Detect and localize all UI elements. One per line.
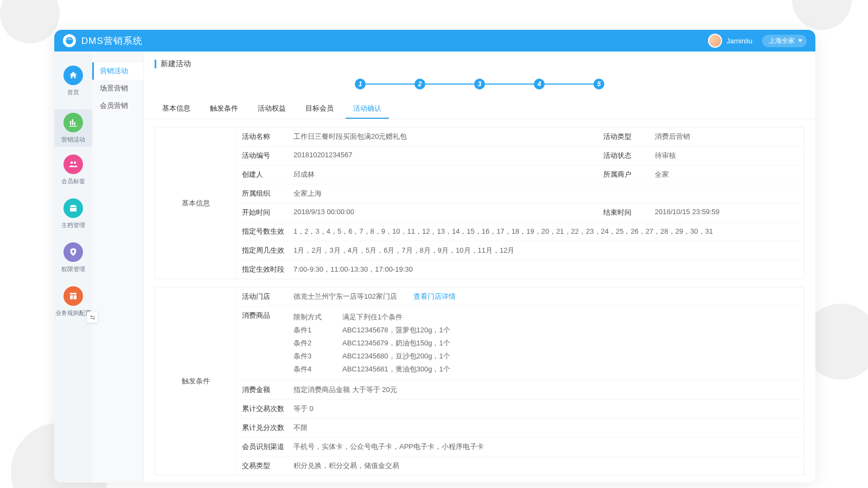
app-header: DMS营销系统 Jaminliu 上海全家	[54, 30, 815, 52]
trigger-row: 消费金额指定消费商品金额 大于等于 20元	[237, 380, 804, 399]
rules-icon	[63, 286, 83, 306]
nav-secondary: 营销活动场景营销会员营销	[92, 52, 144, 483]
logo-icon	[63, 34, 76, 47]
trigger-goods-row: 消费商品限制方式满足下列任1个条件条件1ABC12345678，菠萝包120g，…	[237, 306, 804, 380]
tags-icon	[63, 155, 83, 174]
nav-item-tags[interactable]: 会员标签	[54, 155, 92, 185]
goods-condition: 条件4ABC12345681，黄油包300g，1个	[293, 363, 799, 376]
org-selector[interactable]: 上海全家	[762, 35, 807, 47]
sidebar-collapse-handle[interactable]: ⇆	[87, 312, 98, 323]
basic-row: 活动名称工作日三餐时段买面包满20元赠礼包活动类型消费后营销	[237, 127, 804, 146]
subnav-item-1[interactable]: 场景营销	[92, 80, 143, 97]
basic-row: 创建人邱成林所属商户全家	[237, 165, 804, 184]
step-3[interactable]: 3	[474, 79, 485, 89]
perm-icon	[63, 242, 83, 262]
app-window: DMS营销系统 Jaminliu 上海全家 首页营销活动会员标签主档管理权限管理…	[54, 30, 815, 483]
page-title: 新建活动	[161, 59, 191, 69]
tab-1[interactable]: 触发条件	[202, 99, 246, 119]
trigger-store-row: 活动门店德克士兰州宁东一店等102家门店查看门店详情	[237, 287, 804, 306]
stepper: 12345	[144, 74, 815, 99]
trigger-row: 累计兑分次数不限	[237, 418, 804, 437]
nav-item-marketing[interactable]: 营销活动	[54, 110, 92, 147]
step-5[interactable]: 5	[593, 79, 604, 89]
username[interactable]: Jaminliu	[726, 37, 752, 45]
app-title: DMS营销系统	[81, 35, 143, 47]
subnav-item-0[interactable]: 营销活动	[92, 62, 143, 80]
store-detail-link[interactable]: 查看门店详情	[413, 292, 456, 300]
nav-item-perm[interactable]: 权限管理	[54, 242, 92, 273]
home-icon	[63, 66, 83, 85]
tab-2[interactable]: 活动权益	[250, 99, 293, 119]
tab-4[interactable]: 活动确认	[346, 99, 389, 119]
nav-label-tags: 会员标签	[61, 177, 85, 185]
trigger-row: 交易类型积分兑换，积分交易，储值金交易	[237, 456, 804, 475]
basic-row-full: 指定生效时段7:00-9:30，11:00-13:30，17:00-19:30	[237, 260, 804, 279]
marketing-icon	[63, 113, 83, 132]
basic-row-full: 指定号数生效1，2，3，4，5，6，7，8，9，10，11，12，13，14，1…	[237, 222, 804, 241]
panel-basic: 基本信息 活动名称工作日三餐时段买面包满20元赠礼包活动类型消费后营销活动编号2…	[155, 127, 805, 279]
step-1[interactable]: 1	[355, 79, 366, 89]
basic-row: 所属组织全家上海	[237, 184, 804, 203]
nav-item-master[interactable]: 主档管理	[54, 198, 92, 229]
basic-row: 开始时间2018/9/13 00:00:00结束时间2018/10/15 23:…	[237, 203, 804, 222]
tab-3[interactable]: 目标会员	[298, 99, 341, 119]
goods-condition: 条件2ABC12345679，奶油包150g，1个	[293, 337, 799, 350]
basic-row: 活动编号201810201234567活动状态待审核	[237, 146, 804, 165]
step-2[interactable]: 2	[414, 79, 425, 89]
main-content: 新建活动 12345 基本信息触发条件活动权益目标会员活动确认 基本信息 活动名…	[144, 52, 815, 483]
page-title-bar: 新建活动	[144, 52, 815, 74]
step-4[interactable]: 4	[534, 79, 545, 89]
nav-label-perm: 权限管理	[61, 265, 85, 273]
nav-label-home: 首页	[67, 88, 79, 97]
nav-label-marketing: 营销活动	[61, 136, 85, 144]
nav-item-home[interactable]: 首页	[54, 66, 92, 97]
subnav-item-2[interactable]: 会员营销	[92, 97, 143, 114]
avatar[interactable]	[708, 34, 722, 48]
nav-label-rules: 业务规则配置	[55, 309, 91, 317]
master-icon	[63, 198, 83, 218]
goods-condition: 条件1ABC12345678，菠萝包120g，1个	[293, 324, 799, 337]
trigger-row: 累计交易次数等于 0	[237, 399, 804, 418]
basic-row-full: 指定周几生效1月，2月，3月，4月，5月，6月，7月，8月，9月，10月，11月…	[237, 241, 804, 260]
panel-basic-label: 基本信息	[155, 127, 237, 279]
nav-primary: 首页营销活动会员标签主档管理权限管理业务规则配置⇆	[54, 52, 92, 483]
goods-condition: 条件3ABC12345680，豆沙包200g，1个	[293, 350, 799, 363]
panel-trigger: 触发条件 活动门店德克士兰州宁东一店等102家门店查看门店详情消费商品限制方式满…	[155, 287, 805, 476]
tabs: 基本信息触发条件活动权益目标会员活动确认	[144, 99, 815, 119]
panel-trigger-label: 触发条件	[155, 287, 237, 475]
trigger-row: 会员识别渠道手机号，实体卡，公众号电子卡，APP电子卡，小程序电子卡	[237, 437, 804, 456]
nav-label-master: 主档管理	[61, 221, 85, 229]
tab-0[interactable]: 基本信息	[155, 99, 198, 119]
